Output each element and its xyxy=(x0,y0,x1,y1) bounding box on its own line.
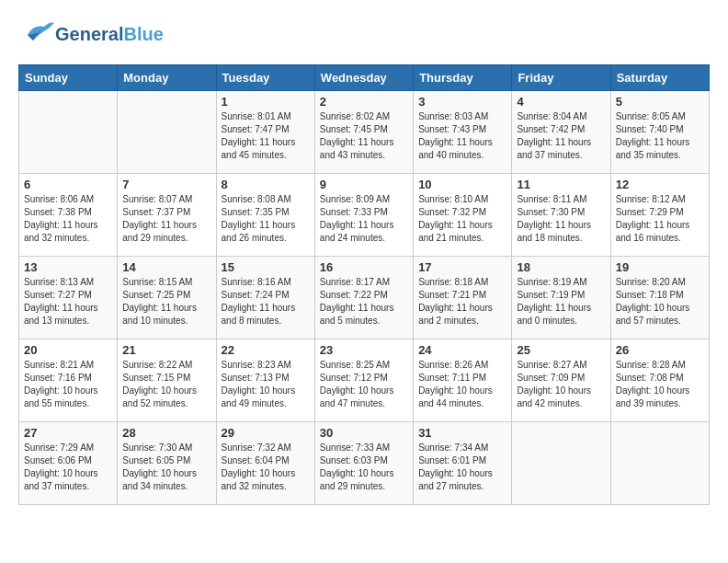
calendar-week-5: 27Sunrise: 7:29 AM Sunset: 6:06 PM Dayli… xyxy=(19,422,710,505)
day-info: Sunrise: 8:09 AM Sunset: 7:33 PM Dayligh… xyxy=(320,193,408,245)
day-info: Sunrise: 8:26 AM Sunset: 7:11 PM Dayligh… xyxy=(418,359,506,410)
day-info: Sunrise: 8:25 AM Sunset: 7:12 PM Dayligh… xyxy=(320,359,408,410)
day-number: 21 xyxy=(122,343,210,357)
day-info: Sunrise: 8:08 AM Sunset: 7:35 PM Dayligh… xyxy=(222,193,310,245)
calendar-cell xyxy=(118,91,216,174)
day-info: Sunrise: 8:04 AM Sunset: 7:42 PM Dayligh… xyxy=(517,110,605,162)
calendar-cell: 7Sunrise: 8:07 AM Sunset: 7:37 PM Daylig… xyxy=(118,174,216,257)
day-number: 27 xyxy=(24,426,112,440)
calendar-cell: 2Sunrise: 8:02 AM Sunset: 7:45 PM Daylig… xyxy=(314,91,413,174)
day-info: Sunrise: 8:02 AM Sunset: 7:45 PM Dayligh… xyxy=(320,110,408,162)
calendar-week-1: 1Sunrise: 8:01 AM Sunset: 7:47 PM Daylig… xyxy=(19,91,710,174)
logo: GeneralBlue xyxy=(18,18,164,50)
day-info: Sunrise: 8:23 AM Sunset: 7:13 PM Dayligh… xyxy=(222,359,310,410)
calendar-cell: 28Sunrise: 7:30 AM Sunset: 6:05 PM Dayli… xyxy=(118,422,216,505)
day-number: 12 xyxy=(616,178,704,191)
day-number: 23 xyxy=(320,343,408,357)
day-number: 25 xyxy=(517,343,605,357)
day-number: 8 xyxy=(222,178,310,191)
day-header-tuesday: Tuesday xyxy=(216,65,314,91)
day-info: Sunrise: 7:30 AM Sunset: 6:05 PM Dayligh… xyxy=(122,442,210,493)
calendar-cell: 27Sunrise: 7:29 AM Sunset: 6:06 PM Dayli… xyxy=(19,422,118,505)
calendar-cell: 29Sunrise: 7:32 AM Sunset: 6:04 PM Dayli… xyxy=(216,422,314,505)
day-number: 4 xyxy=(517,95,605,109)
day-info: Sunrise: 7:34 AM Sunset: 6:01 PM Dayligh… xyxy=(418,442,506,493)
calendar-body: 1Sunrise: 8:01 AM Sunset: 7:47 PM Daylig… xyxy=(19,91,710,505)
day-info: Sunrise: 8:15 AM Sunset: 7:25 PM Dayligh… xyxy=(122,276,210,327)
calendar-cell: 11Sunrise: 8:11 AM Sunset: 7:30 PM Dayli… xyxy=(512,174,610,257)
calendar-table: SundayMondayTuesdayWednesdayThursdayFrid… xyxy=(18,64,710,505)
day-info: Sunrise: 8:12 AM Sunset: 7:29 PM Dayligh… xyxy=(616,193,704,245)
day-info: Sunrise: 8:21 AM Sunset: 7:16 PM Dayligh… xyxy=(24,359,112,410)
calendar-week-4: 20Sunrise: 8:21 AM Sunset: 7:16 PM Dayli… xyxy=(19,339,710,422)
day-info: Sunrise: 8:28 AM Sunset: 7:08 PM Dayligh… xyxy=(616,359,704,410)
day-number: 29 xyxy=(222,426,310,440)
day-number: 1 xyxy=(222,95,310,109)
calendar-cell: 21Sunrise: 8:22 AM Sunset: 7:15 PM Dayli… xyxy=(118,339,216,422)
day-number: 15 xyxy=(222,260,310,274)
calendar-cell: 13Sunrise: 8:13 AM Sunset: 7:27 PM Dayli… xyxy=(19,257,118,339)
day-number: 3 xyxy=(418,95,506,109)
day-info: Sunrise: 8:22 AM Sunset: 7:15 PM Dayligh… xyxy=(122,359,210,410)
day-header-friday: Friday xyxy=(512,65,610,91)
calendar-cell: 30Sunrise: 7:33 AM Sunset: 6:03 PM Dayli… xyxy=(314,422,413,505)
calendar-cell: 26Sunrise: 8:28 AM Sunset: 7:08 PM Dayli… xyxy=(610,339,709,422)
day-header-saturday: Saturday xyxy=(610,65,709,91)
calendar-week-3: 13Sunrise: 8:13 AM Sunset: 7:27 PM Dayli… xyxy=(19,257,710,339)
day-info: Sunrise: 8:27 AM Sunset: 7:09 PM Dayligh… xyxy=(517,359,605,410)
day-info: Sunrise: 8:18 AM Sunset: 7:21 PM Dayligh… xyxy=(418,276,506,327)
day-header-thursday: Thursday xyxy=(414,65,512,91)
calendar-cell xyxy=(19,91,118,174)
day-number: 16 xyxy=(320,260,408,274)
calendar-cell: 8Sunrise: 8:08 AM Sunset: 7:35 PM Daylig… xyxy=(216,174,314,257)
calendar-cell xyxy=(610,422,709,505)
header-row: SundayMondayTuesdayWednesdayThursdayFrid… xyxy=(19,65,710,91)
day-info: Sunrise: 8:17 AM Sunset: 7:22 PM Dayligh… xyxy=(320,276,408,327)
day-number: 6 xyxy=(24,178,112,191)
day-header-wednesday: Wednesday xyxy=(314,65,413,91)
logo-icon xyxy=(22,18,55,46)
day-number: 22 xyxy=(222,343,310,357)
day-number: 20 xyxy=(24,343,112,357)
day-number: 10 xyxy=(418,178,506,191)
calendar-cell: 12Sunrise: 8:12 AM Sunset: 7:29 PM Dayli… xyxy=(610,174,709,257)
day-header-monday: Monday xyxy=(118,65,216,91)
day-number: 7 xyxy=(122,178,210,191)
day-number: 31 xyxy=(418,426,506,440)
day-info: Sunrise: 8:20 AM Sunset: 7:18 PM Dayligh… xyxy=(616,276,704,327)
day-number: 18 xyxy=(517,260,605,274)
calendar-cell: 24Sunrise: 8:26 AM Sunset: 7:11 PM Dayli… xyxy=(414,339,512,422)
day-info: Sunrise: 8:16 AM Sunset: 7:24 PM Dayligh… xyxy=(222,276,310,327)
day-info: Sunrise: 8:01 AM Sunset: 7:47 PM Dayligh… xyxy=(222,110,310,162)
day-info: Sunrise: 8:03 AM Sunset: 7:43 PM Dayligh… xyxy=(418,110,506,162)
day-header-sunday: Sunday xyxy=(19,65,118,91)
calendar-cell: 20Sunrise: 8:21 AM Sunset: 7:16 PM Dayli… xyxy=(19,339,118,422)
day-number: 24 xyxy=(418,343,506,357)
calendar-cell: 16Sunrise: 8:17 AM Sunset: 7:22 PM Dayli… xyxy=(314,257,413,339)
calendar-cell: 9Sunrise: 8:09 AM Sunset: 7:33 PM Daylig… xyxy=(314,174,413,257)
calendar-cell: 31Sunrise: 7:34 AM Sunset: 6:01 PM Dayli… xyxy=(414,422,512,505)
calendar-cell: 15Sunrise: 8:16 AM Sunset: 7:24 PM Dayli… xyxy=(216,257,314,339)
day-info: Sunrise: 7:33 AM Sunset: 6:03 PM Dayligh… xyxy=(320,442,408,493)
day-number: 30 xyxy=(320,426,408,440)
calendar-cell: 3Sunrise: 8:03 AM Sunset: 7:43 PM Daylig… xyxy=(414,91,512,174)
calendar-cell: 17Sunrise: 8:18 AM Sunset: 7:21 PM Dayli… xyxy=(414,257,512,339)
calendar-cell: 23Sunrise: 8:25 AM Sunset: 7:12 PM Dayli… xyxy=(314,339,413,422)
calendar-cell: 6Sunrise: 8:06 AM Sunset: 7:38 PM Daylig… xyxy=(19,174,118,257)
calendar-cell: 22Sunrise: 8:23 AM Sunset: 7:13 PM Dayli… xyxy=(216,339,314,422)
day-info: Sunrise: 8:11 AM Sunset: 7:30 PM Dayligh… xyxy=(517,193,605,245)
day-number: 28 xyxy=(122,426,210,440)
day-info: Sunrise: 8:06 AM Sunset: 7:38 PM Dayligh… xyxy=(24,193,112,245)
day-number: 5 xyxy=(616,95,704,109)
day-info: Sunrise: 8:07 AM Sunset: 7:37 PM Dayligh… xyxy=(122,193,210,245)
day-number: 26 xyxy=(616,343,704,357)
logo-text: GeneralBlue xyxy=(55,23,164,45)
day-number: 19 xyxy=(616,260,704,274)
calendar-cell: 4Sunrise: 8:04 AM Sunset: 7:42 PM Daylig… xyxy=(512,91,610,174)
day-info: Sunrise: 7:32 AM Sunset: 6:04 PM Dayligh… xyxy=(222,442,310,493)
day-info: Sunrise: 8:13 AM Sunset: 7:27 PM Dayligh… xyxy=(24,276,112,327)
day-info: Sunrise: 8:10 AM Sunset: 7:32 PM Dayligh… xyxy=(418,193,506,245)
calendar-cell: 5Sunrise: 8:05 AM Sunset: 7:40 PM Daylig… xyxy=(610,91,709,174)
calendar-header: SundayMondayTuesdayWednesdayThursdayFrid… xyxy=(19,65,710,91)
calendar-cell: 14Sunrise: 8:15 AM Sunset: 7:25 PM Dayli… xyxy=(118,257,216,339)
